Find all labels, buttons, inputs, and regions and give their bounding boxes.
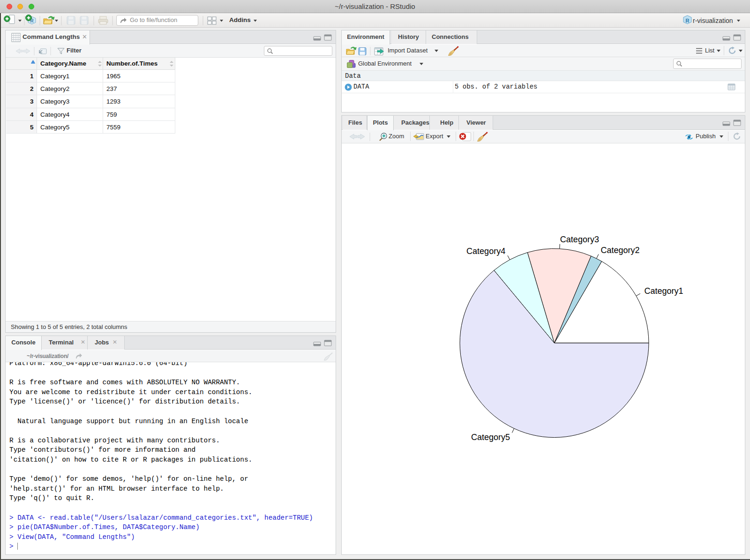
svg-text:Category1: Category1	[645, 286, 683, 296]
svg-text:R: R	[686, 18, 690, 23]
svg-text:Category3: Category3	[560, 235, 599, 244]
svg-text:Category5: Category5	[471, 433, 510, 442]
svg-text:Category4: Category4	[466, 246, 505, 256]
svg-text:Category2: Category2	[600, 246, 639, 255]
